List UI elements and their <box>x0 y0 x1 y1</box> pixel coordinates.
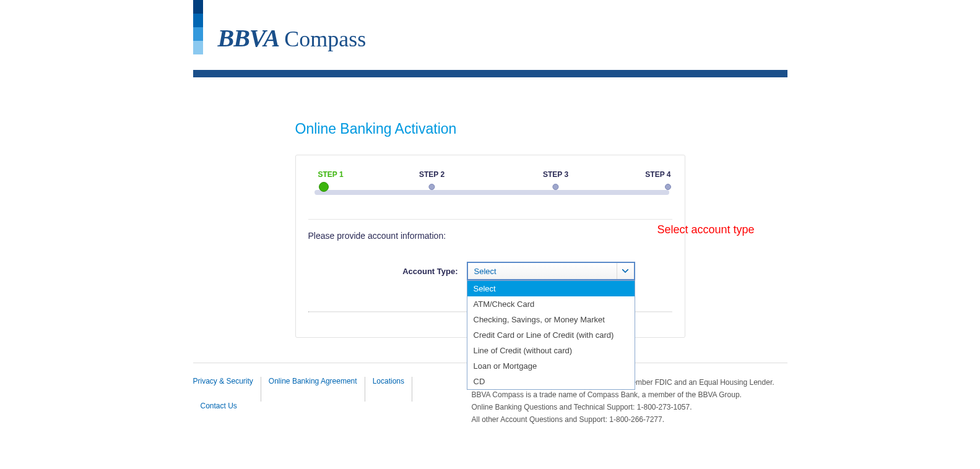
step-4-dot-icon <box>665 184 671 190</box>
account-type-select[interactable]: Select <box>467 262 635 280</box>
chevron-down-icon <box>617 263 634 279</box>
activation-card: STEP 1 STEP 2 STEP 3 STEP 4 Please provi… <box>295 155 685 338</box>
step-2-dot-icon <box>428 184 435 190</box>
account-type-select-wrap: Select Select ATM/Check Card Checking, S… <box>467 262 635 280</box>
dropdown-scroll[interactable]: Select ATM/Check Card Checking, Savings,… <box>467 281 635 389</box>
logo-secondary: Compass <box>284 26 366 52</box>
option-loan-mortgage[interactable]: Loan or Mortgage <box>467 358 635 374</box>
footer-line-1: a member FDIC and an Equal Housing Lende… <box>619 378 774 387</box>
link-privacy-security[interactable]: Privacy & Security <box>193 377 261 402</box>
account-type-label: Account Type: <box>402 267 457 276</box>
footer-line-4: All other Account Questions and Support:… <box>472 414 787 425</box>
account-type-row: Account Type: Select Select ATM/Check Ca… <box>308 262 672 280</box>
logo: BBVA Compass <box>193 0 787 70</box>
step-1: STEP 1 <box>318 170 344 192</box>
step-1-label: STEP 1 <box>318 170 344 179</box>
page-container: BBVA Compass Online Banking Activation S… <box>193 0 787 451</box>
option-atm-check-card[interactable]: ATM/Check Card <box>467 296 635 312</box>
main-content: Online Banking Activation STEP 1 STEP 2 … <box>193 77 787 338</box>
link-contact-us[interactable]: Contact Us <box>193 402 245 426</box>
step-4: STEP 4 <box>645 170 670 190</box>
link-online-banking-agreement[interactable]: Online Banking Agreement <box>261 377 365 402</box>
footer-links: Privacy & Security Online Banking Agreem… <box>193 377 447 426</box>
annotation-text: Select account type <box>657 223 755 236</box>
step-4-label: STEP 4 <box>645 170 670 179</box>
step-2-label: STEP 2 <box>419 170 444 179</box>
account-type-dropdown: Select ATM/Check Card Checking, Savings,… <box>467 280 635 390</box>
footer-line-3: Online Banking Questions and Technical S… <box>472 402 787 413</box>
progress-track <box>314 190 669 195</box>
step-3-label: STEP 3 <box>543 170 568 179</box>
link-locations[interactable]: Locations <box>365 377 412 402</box>
option-line-of-credit[interactable]: Line of Credit (without card) <box>467 343 635 358</box>
account-type-value: Select <box>474 267 497 276</box>
option-checking-savings[interactable]: Checking, Savings, or Money Market <box>467 312 635 327</box>
option-select[interactable]: Select <box>467 281 635 296</box>
progress-steps: STEP 1 STEP 2 STEP 3 STEP 4 <box>308 170 672 204</box>
header-bar <box>193 70 787 77</box>
step-2: STEP 2 <box>419 170 444 190</box>
brand-stripe <box>193 0 203 54</box>
logo-primary: BBVA <box>218 24 280 53</box>
divider <box>308 219 672 220</box>
footer-line-2: BBVA Compass is a trade name of Compass … <box>472 389 787 400</box>
page-title: Online Banking Activation <box>295 121 787 137</box>
option-cd[interactable]: CD <box>467 374 635 389</box>
step-3-dot-icon <box>552 184 558 190</box>
step-1-dot-icon <box>319 182 329 192</box>
form-instruction: Please provide account information: <box>308 231 672 241</box>
step-3: STEP 3 <box>543 170 568 190</box>
option-credit-card[interactable]: Credit Card or Line of Credit (with card… <box>467 327 635 343</box>
